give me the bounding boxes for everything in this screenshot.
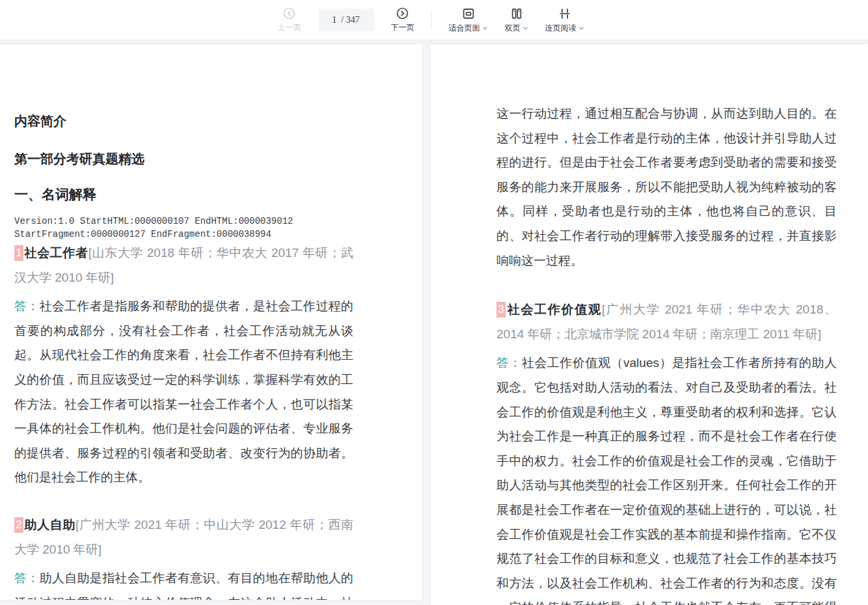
question-term: 社会工作者 [24, 246, 88, 260]
next-page-button[interactable]: 下一页 [391, 7, 414, 33]
question-line: 3社会工作价值观[广州大学 2021 年研；华中农大 2018、2014 年研；… [496, 297, 837, 346]
continuation-paragraph: 这一行动过程，通过相互配合与协调，从而达到助人目的。在这个过程中，社会工作者是行… [496, 101, 837, 273]
continuous-read-icon [558, 7, 572, 21]
answer-label: 答： [14, 571, 40, 585]
qa-item-2: 2助人自助[广州大学 2021 年研；中山大学 2012 年研；西南大学 201… [14, 513, 353, 600]
question-term: 社会工作价值观 [506, 302, 602, 316]
answer-label: 答： [14, 299, 40, 313]
question-line: 1社会工作者[山东大学 2018 年研；华中农大 2017 年研；武汉大学 20… [14, 241, 353, 289]
continuous-read-label: 连页阅读 [545, 23, 584, 34]
answer-label: 答： [496, 356, 522, 370]
next-page-label: 下一页 [391, 22, 414, 33]
chevron-down-icon [578, 25, 584, 31]
answer-text: 社会工作价值观（values）是指社会工作者所持有的助人观念。它包括对助人活动的… [496, 356, 837, 605]
answer-paragraph: 答：助人自助是指社会工作者有意识、有目的地在帮助他人的活动过程中贯穿的一种核心价… [14, 566, 353, 600]
toolbar-separator [431, 12, 432, 29]
answer-paragraph: 答：社会工作价值观（values）是指社会工作者所持有的助人观念。它包括对助人活… [496, 351, 837, 605]
question-number-badge: 2 [14, 517, 23, 533]
prev-page-label: 上一页 [278, 22, 301, 33]
question-number-badge: 1 [14, 245, 23, 261]
clipboard-metadata-text: Version:1.0 StartHTML:0000000107 EndHTML… [14, 215, 353, 241]
answer-text: 助人自助是指社会工作者有意识、有目的地在帮助他人的活动过程中贯穿的一种核心价值理… [14, 571, 353, 600]
page-number-input[interactable]: 1 / 347 [318, 8, 374, 31]
next-page-icon [396, 7, 409, 20]
fit-page-label: 适合页面 [449, 23, 488, 34]
answer-paragraph: 答：社会工作者是指服务和帮助的提供者，是社会工作过程的首要的构成部分，没有社会工… [14, 294, 353, 490]
subsection-heading: 一、名词解释 [14, 185, 353, 204]
continuous-read-button[interactable]: 连页阅读 [545, 7, 584, 34]
double-page-label: 双页 [505, 23, 528, 34]
toolbar-group: 上一页 1 / 347 下一页 适合页面 [278, 7, 584, 34]
qa-item-1: 1社会工作者[山东大学 2018 年研；华中农大 2017 年研；武汉大学 20… [14, 241, 353, 490]
page-total: / 347 [341, 15, 359, 25]
reader-toolbar: 上一页 1 / 347 下一页 适合页面 [0, 0, 868, 40]
question-term: 助人自助 [24, 518, 75, 531]
double-page-icon [509, 7, 524, 21]
chevron-down-icon [482, 25, 488, 31]
part-heading: 第一部分考研真题精选 [14, 150, 353, 168]
section-heading: 内容简介 [14, 112, 353, 130]
document-page-right[interactable]: 这一行动过程，通过相互配合与协调，从而达到助人目的。在这个过程中，社会工作者是行… [431, 44, 868, 605]
document-page-left[interactable]: 内容简介 第一部分考研真题精选 一、名词解释 Version:1.0 Start… [0, 44, 422, 600]
answer-text: 社会工作者是指服务和帮助的提供者，是社会工作过程的首要的构成部分，没有社会工作者… [14, 299, 353, 484]
chevron-down-icon [522, 25, 528, 31]
prev-page-icon [282, 7, 296, 20]
question-number-badge: 3 [496, 302, 506, 317]
page-current: 1 [332, 15, 336, 25]
question-line: 2助人自助[广州大学 2021 年研；中山大学 2012 年研；西南大学 201… [14, 513, 353, 561]
double-page-button[interactable]: 双页 [505, 7, 528, 34]
fit-page-button[interactable]: 适合页面 [449, 7, 488, 34]
prev-page-button[interactable]: 上一页 [278, 7, 301, 33]
document-canvas: 内容简介 第一部分考研真题精选 一、名词解释 Version:1.0 Start… [0, 40, 868, 605]
fit-page-icon [461, 7, 476, 21]
qa-item-3: 3社会工作价值观[广州大学 2021 年研；华中农大 2018、2014 年研；… [496, 297, 837, 605]
